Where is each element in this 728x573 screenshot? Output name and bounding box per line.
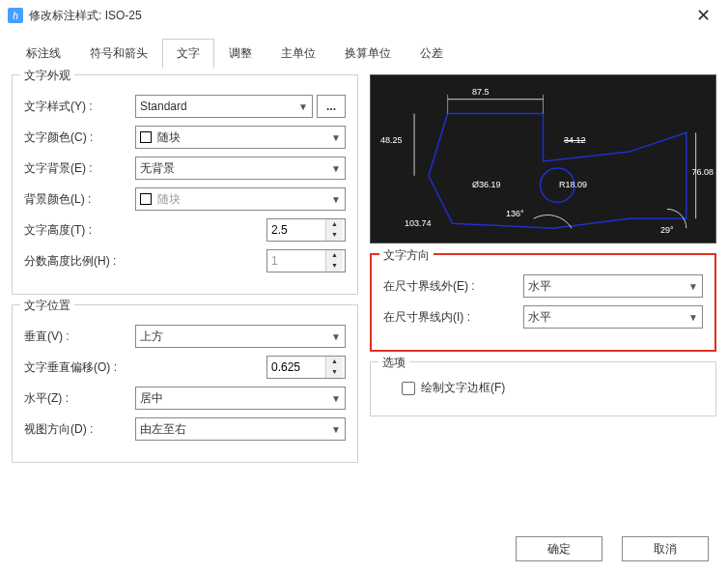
dim-label: 34.12 xyxy=(564,135,586,145)
group-title-options: 选项 xyxy=(378,355,409,371)
spin-down-icon[interactable]: ▼ xyxy=(326,367,343,378)
group-appearance: 文字外观 文字样式(Y) : Standard ▼ ... 文字颜色(C) : … xyxy=(12,74,358,295)
text-style-select[interactable]: Standard ▼ xyxy=(135,95,313,118)
text-height-input[interactable] xyxy=(267,219,325,241)
chevron-down-icon: ▼ xyxy=(331,393,341,404)
color-label: 文字颜色(C) : xyxy=(24,129,135,146)
spin-down-icon[interactable]: ▼ xyxy=(326,230,343,241)
dim-label: 48.25 xyxy=(380,135,403,145)
style-label: 文字样式(Y) : xyxy=(24,99,135,115)
viewdir-label: 视图方向(D) : xyxy=(24,421,135,438)
tab-dimline[interactable]: 标注线 xyxy=(12,39,75,69)
offset-input[interactable] xyxy=(267,357,325,378)
chevron-down-icon: ▼ xyxy=(331,331,341,342)
offset-spinner[interactable]: ▲▼ xyxy=(266,356,346,379)
app-icon: h xyxy=(8,8,23,23)
tab-symbols[interactable]: 符号和箭头 xyxy=(75,39,162,69)
text-bg-select[interactable]: 无背景 ▼ xyxy=(135,157,346,180)
group-direction: 文字方向 在尺寸界线外(E) : 水平 ▼ 在尺寸界线内(I) : 水平 ▼ xyxy=(370,253,716,352)
tab-fit[interactable]: 调整 xyxy=(214,39,266,69)
bg-color-select: 随块 ▼ xyxy=(135,187,346,211)
chevron-down-icon: ▼ xyxy=(688,281,698,292)
group-position: 文字位置 垂直(V) : 上方 ▼ 文字垂直偏移(O) : ▲▼ xyxy=(12,304,358,463)
bgcolor-label: 背景颜色(L) : xyxy=(24,191,135,208)
group-options: 选项 绘制文字边框(F) xyxy=(370,361,716,416)
offset-label: 文字垂直偏移(O) : xyxy=(24,359,135,376)
frame-label: 绘制文字边框(F) xyxy=(421,380,505,396)
chevron-down-icon: ▼ xyxy=(331,163,341,174)
chevron-down-icon: ▼ xyxy=(688,312,698,323)
spin-up-icon[interactable]: ▲ xyxy=(326,219,343,230)
horizontal-select[interactable]: 居中 ▼ xyxy=(135,387,346,410)
dim-label: 29° xyxy=(660,225,674,235)
dim-label: 76.08 xyxy=(691,167,714,177)
frame-checkbox[interactable] xyxy=(402,382,415,395)
ok-button[interactable]: 确定 xyxy=(516,536,602,561)
dim-label: R18.09 xyxy=(559,180,587,189)
color-swatch-icon xyxy=(140,131,152,143)
tab-text[interactable]: 文字 xyxy=(162,39,214,69)
dim-label: 103.74 xyxy=(405,218,432,228)
frac-label: 分数高度比例(H) : xyxy=(24,253,135,270)
tab-tolerance[interactable]: 公差 xyxy=(406,39,458,69)
preview-pane: 87.5 48.25 34.12 76.08 Ø36.19 R18.09 103… xyxy=(370,74,716,244)
vertical-select[interactable]: 上方 ▼ xyxy=(135,325,346,348)
frac-height-spinner: ▲▼ xyxy=(266,249,346,272)
chevron-down-icon: ▼ xyxy=(331,424,341,435)
group-title-position: 文字位置 xyxy=(20,298,74,314)
outside-label: 在尺寸界线外(E) : xyxy=(383,278,523,295)
text-color-select[interactable]: 随块 ▼ xyxy=(135,126,346,149)
cancel-button[interactable]: 取消 xyxy=(622,536,709,561)
group-title-appearance: 文字外观 xyxy=(20,68,74,84)
chevron-down-icon: ▼ xyxy=(298,101,308,112)
vert-label: 垂直(V) : xyxy=(24,329,135,345)
tab-alternate[interactable]: 换算单位 xyxy=(330,39,406,69)
outside-select[interactable]: 水平 ▼ xyxy=(523,274,703,298)
bg-label: 文字背景(E) : xyxy=(24,160,135,177)
close-button[interactable]: ✕ xyxy=(686,1,720,30)
group-title-direction: 文字方向 xyxy=(379,247,434,264)
tab-primary[interactable]: 主单位 xyxy=(266,39,330,69)
spin-up-icon: ▲ xyxy=(326,250,343,261)
color-swatch-icon xyxy=(140,193,152,205)
inside-label: 在尺寸界线内(I) : xyxy=(383,309,523,326)
style-browse-button[interactable]: ... xyxy=(317,95,346,118)
text-height-spinner[interactable]: ▲▼ xyxy=(266,218,346,242)
titlebar: h 修改标注样式: ISO-25 ✕ xyxy=(0,0,728,31)
chevron-down-icon: ▼ xyxy=(331,194,341,205)
frac-height-input xyxy=(267,250,325,272)
spin-down-icon: ▼ xyxy=(326,261,343,272)
dim-label: Ø36.19 xyxy=(472,180,501,189)
dim-label: 136° xyxy=(506,209,524,218)
tab-strip: 标注线 符号和箭头 文字 调整 主单位 换算单位 公差 xyxy=(0,31,728,69)
inside-select[interactable]: 水平 ▼ xyxy=(523,305,703,329)
viewdir-select[interactable]: 由左至右 ▼ xyxy=(135,417,346,441)
dim-label: 87.5 xyxy=(472,87,490,97)
horiz-label: 水平(Z) : xyxy=(24,390,135,407)
spin-up-icon[interactable]: ▲ xyxy=(326,357,343,367)
height-label: 文字高度(T) : xyxy=(24,222,135,239)
chevron-down-icon: ▼ xyxy=(331,132,341,143)
window-title: 修改标注样式: ISO-25 xyxy=(29,8,142,24)
